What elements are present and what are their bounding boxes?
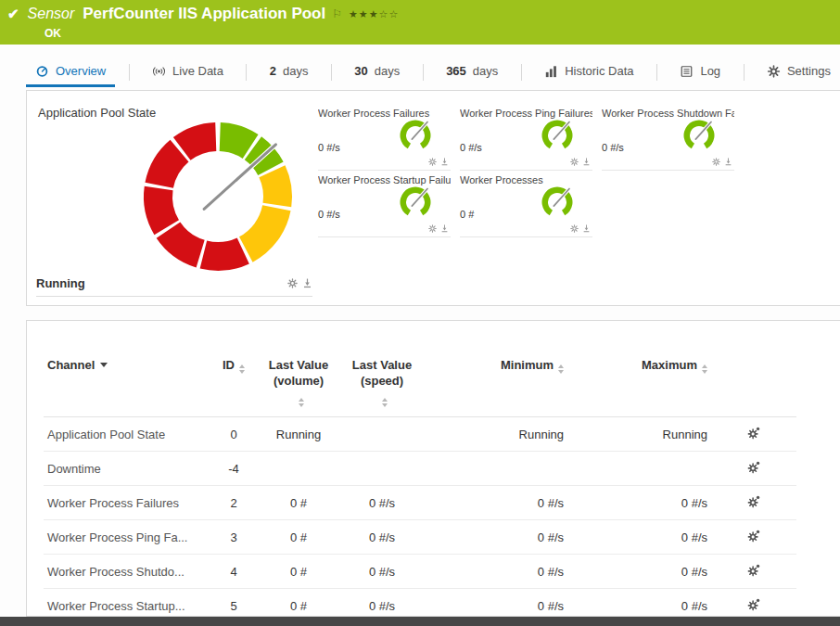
pin-icon[interactable]	[724, 158, 732, 166]
tab-label: Live Data	[172, 64, 223, 78]
sort-icon	[702, 364, 707, 374]
tab-number: 365	[446, 64, 466, 78]
mini-gauge-value: 0 #/s	[602, 142, 624, 153]
cell-last-value-volume: 0 #	[257, 519, 340, 554]
mini-gauge	[681, 117, 718, 154]
main-gauge	[134, 113, 301, 280]
gear-icon[interactable]	[570, 224, 579, 233]
cell-maximum	[567, 451, 711, 485]
gear-icon[interactable]	[428, 224, 437, 233]
cell-channel: Application Pool State	[44, 416, 210, 451]
col-last-value-speed[interactable]: Last Value (speed)	[340, 338, 424, 416]
tab-label: days	[473, 64, 498, 78]
sort-desc-icon	[100, 363, 108, 367]
cell-id: -4	[210, 451, 257, 485]
cell-minimum: 0 #/s	[424, 554, 567, 588]
tab-separator	[423, 64, 424, 81]
tab-log[interactable]: Log	[670, 57, 730, 87]
tab-separator	[521, 64, 522, 81]
table-row[interactable]: Worker Process Failures 2 0 # 0 #/s 0 #/…	[44, 485, 796, 519]
cell-minimum: 0 #/s	[424, 519, 567, 554]
mini-gauge-value: 0 #/s	[460, 142, 482, 153]
status-badge: OK	[45, 27, 61, 40]
tab-30-days[interactable]: 30days	[345, 57, 409, 87]
cell-minimum: 0 #/s	[424, 485, 567, 519]
pin-icon[interactable]	[440, 224, 449, 233]
table-row[interactable]: Worker Process Shutdo... 4 0 # 0 #/s 0 #…	[44, 554, 796, 588]
mini-gauge-tile: Worker Process Failures 0 #/s	[318, 104, 451, 171]
channel-settings-gear-icon[interactable]	[747, 530, 760, 543]
log-icon	[680, 65, 694, 78]
tab-live-data[interactable]: Live Data	[143, 57, 233, 87]
cell-channel: Worker Process Shutdo...	[44, 554, 210, 588]
live-icon	[152, 65, 166, 78]
pin-icon[interactable]	[440, 158, 449, 166]
priority-stars[interactable]: ★★★☆☆	[349, 8, 399, 20]
channel-settings-gear-icon[interactable]	[747, 495, 760, 508]
mini-gauge-value: 0 #	[460, 209, 474, 220]
sensor-title: PerfCounter IIS Application Pool	[83, 5, 325, 23]
cell-id: 3	[210, 519, 257, 554]
cell-minimum: Running	[424, 416, 567, 451]
table-row[interactable]: Application Pool State 0 Running Running…	[44, 416, 796, 451]
mini-gauge	[397, 184, 434, 221]
cell-last-value-speed: 0 #/s	[340, 485, 424, 519]
tab-label: Log	[700, 64, 720, 78]
tab-separator	[331, 64, 332, 81]
cell-channel: Downtime	[44, 451, 210, 485]
cell-channel: Worker Process Ping Fa...	[44, 519, 210, 554]
gear-icon[interactable]	[712, 158, 720, 166]
tab-historic-data[interactable]: Historic Data	[535, 57, 643, 87]
cell-id: 4	[210, 554, 257, 588]
mini-gauge	[539, 184, 576, 221]
table-header-row: Channel ID Last Value (volume) Last Valu…	[44, 338, 796, 416]
main-gauge-value: Running	[36, 276, 85, 290]
tab-separator	[656, 64, 657, 81]
sort-icon	[382, 398, 388, 407]
bottom-bar	[0, 617, 840, 626]
cell-last-value-speed	[340, 451, 424, 485]
tab-2-days[interactable]: 2days	[261, 57, 318, 87]
table-row[interactable]: Worker Process Ping Fa... 3 0 # 0 #/s 0 …	[44, 519, 796, 554]
overview-gauges-panel: Application Pool State Running Worker Pr…	[26, 90, 840, 306]
sort-icon	[239, 364, 245, 374]
tab-365-days[interactable]: 365days	[437, 57, 507, 87]
pin-icon[interactable]	[582, 224, 591, 233]
status-check-icon: ✔	[7, 6, 19, 22]
gear-icon[interactable]	[428, 158, 437, 166]
channel-settings-gear-icon[interactable]	[747, 461, 760, 474]
cell-channel: Worker Process Failures	[44, 485, 210, 519]
pin-icon[interactable]	[582, 158, 591, 166]
tab-settings[interactable]: Settings	[757, 57, 840, 87]
channel-settings-gear-icon[interactable]	[747, 564, 760, 577]
col-last-value-volume[interactable]: Last Value (volume)	[257, 338, 340, 416]
col-maximum[interactable]: Maximum	[567, 338, 711, 416]
tab-separator	[246, 64, 247, 81]
tab-number: 2	[270, 64, 276, 78]
object-kind-label: Sensor	[28, 6, 75, 22]
pin-icon[interactable]	[302, 278, 312, 288]
mini-gauge-tile: Worker Processes 0 #	[460, 171, 592, 237]
cell-maximum: 0 #/s	[567, 519, 711, 554]
col-settings	[711, 338, 796, 416]
channel-settings-gear-icon[interactable]	[747, 427, 760, 440]
overview-icon	[35, 65, 49, 78]
col-minimum[interactable]: Minimum	[424, 338, 567, 416]
tab-number: 30	[354, 64, 367, 78]
favorite-flag-icon[interactable]: ⚐	[332, 7, 342, 20]
tab-separator	[744, 64, 745, 81]
tab-overview[interactable]: Overview	[26, 57, 115, 87]
chart-icon	[544, 65, 558, 78]
sort-icon	[299, 398, 304, 407]
col-channel[interactable]: Channel	[44, 338, 210, 416]
channel-settings-gear-icon[interactable]	[747, 598, 760, 611]
cell-id: 2	[210, 485, 257, 519]
cell-last-value-speed	[340, 416, 424, 451]
table-row[interactable]: Downtime -4	[44, 451, 796, 485]
gear-icon[interactable]	[287, 278, 298, 288]
mini-gauge	[397, 117, 434, 154]
gear-icon	[767, 65, 781, 78]
gear-icon[interactable]	[570, 158, 579, 166]
mini-gauge-tile: Worker Process Ping Failures 0 #/s	[460, 104, 592, 171]
col-id[interactable]: ID	[210, 338, 257, 416]
